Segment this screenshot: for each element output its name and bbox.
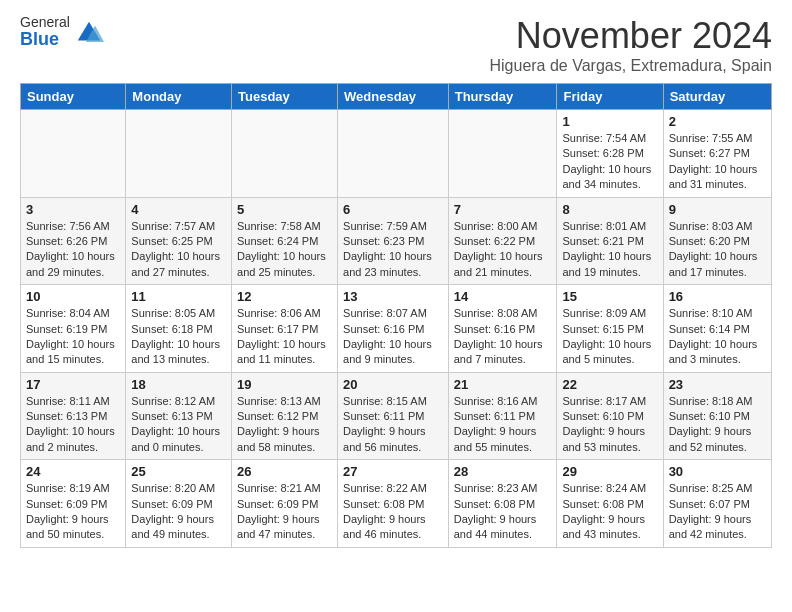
day-number: 28 <box>454 464 552 479</box>
day-info: Sunrise: 8:00 AMSunset: 6:22 PMDaylight:… <box>454 219 552 281</box>
calendar-header-row: Sunday Monday Tuesday Wednesday Thursday… <box>21 84 772 110</box>
day-number: 15 <box>562 289 657 304</box>
day-info: Sunrise: 8:22 AMSunset: 6:08 PMDaylight:… <box>343 481 443 543</box>
day-number: 12 <box>237 289 332 304</box>
page-container: General Blue November 2024 Higuera de Va… <box>0 0 792 563</box>
header-thursday: Thursday <box>448 84 557 110</box>
day-number: 1 <box>562 114 657 129</box>
day-number: 25 <box>131 464 226 479</box>
calendar-cell: 22Sunrise: 8:17 AMSunset: 6:10 PMDayligh… <box>557 372 663 460</box>
day-number: 3 <box>26 202 120 217</box>
day-info: Sunrise: 8:18 AMSunset: 6:10 PMDaylight:… <box>669 394 766 456</box>
calendar-cell: 14Sunrise: 8:08 AMSunset: 6:16 PMDayligh… <box>448 285 557 373</box>
calendar-cell: 25Sunrise: 8:20 AMSunset: 6:09 PMDayligh… <box>126 460 232 548</box>
calendar-cell <box>21 110 126 198</box>
calendar-cell: 30Sunrise: 8:25 AMSunset: 6:07 PMDayligh… <box>663 460 771 548</box>
day-number: 8 <box>562 202 657 217</box>
day-info: Sunrise: 8:16 AMSunset: 6:11 PMDaylight:… <box>454 394 552 456</box>
day-info: Sunrise: 8:09 AMSunset: 6:15 PMDaylight:… <box>562 306 657 368</box>
calendar-table: Sunday Monday Tuesday Wednesday Thursday… <box>20 83 772 548</box>
day-number: 5 <box>237 202 332 217</box>
calendar-cell: 9Sunrise: 8:03 AMSunset: 6:20 PMDaylight… <box>663 197 771 285</box>
calendar-week-row: 3Sunrise: 7:56 AMSunset: 6:26 PMDaylight… <box>21 197 772 285</box>
day-number: 23 <box>669 377 766 392</box>
day-info: Sunrise: 7:59 AMSunset: 6:23 PMDaylight:… <box>343 219 443 281</box>
day-info: Sunrise: 8:10 AMSunset: 6:14 PMDaylight:… <box>669 306 766 368</box>
day-number: 17 <box>26 377 120 392</box>
day-number: 24 <box>26 464 120 479</box>
header-sunday: Sunday <box>21 84 126 110</box>
day-info: Sunrise: 8:20 AMSunset: 6:09 PMDaylight:… <box>131 481 226 543</box>
calendar-cell: 6Sunrise: 7:59 AMSunset: 6:23 PMDaylight… <box>338 197 449 285</box>
day-number: 11 <box>131 289 226 304</box>
day-number: 18 <box>131 377 226 392</box>
day-number: 4 <box>131 202 226 217</box>
calendar-cell <box>448 110 557 198</box>
calendar-cell: 24Sunrise: 8:19 AMSunset: 6:09 PMDayligh… <box>21 460 126 548</box>
calendar-cell: 29Sunrise: 8:24 AMSunset: 6:08 PMDayligh… <box>557 460 663 548</box>
header-tuesday: Tuesday <box>232 84 338 110</box>
day-info: Sunrise: 8:25 AMSunset: 6:07 PMDaylight:… <box>669 481 766 543</box>
header-wednesday: Wednesday <box>338 84 449 110</box>
calendar-cell <box>126 110 232 198</box>
logo-general: General <box>20 15 70 30</box>
day-info: Sunrise: 8:05 AMSunset: 6:18 PMDaylight:… <box>131 306 226 368</box>
day-info: Sunrise: 7:58 AMSunset: 6:24 PMDaylight:… <box>237 219 332 281</box>
day-info: Sunrise: 8:01 AMSunset: 6:21 PMDaylight:… <box>562 219 657 281</box>
calendar-week-row: 24Sunrise: 8:19 AMSunset: 6:09 PMDayligh… <box>21 460 772 548</box>
calendar-week-row: 17Sunrise: 8:11 AMSunset: 6:13 PMDayligh… <box>21 372 772 460</box>
header-friday: Friday <box>557 84 663 110</box>
day-info: Sunrise: 8:13 AMSunset: 6:12 PMDaylight:… <box>237 394 332 456</box>
calendar-cell: 1Sunrise: 7:54 AMSunset: 6:28 PMDaylight… <box>557 110 663 198</box>
calendar-cell <box>338 110 449 198</box>
header: General Blue November 2024 Higuera de Va… <box>20 15 772 75</box>
calendar-week-row: 10Sunrise: 8:04 AMSunset: 6:19 PMDayligh… <box>21 285 772 373</box>
day-number: 6 <box>343 202 443 217</box>
calendar-cell: 26Sunrise: 8:21 AMSunset: 6:09 PMDayligh… <box>232 460 338 548</box>
calendar-cell: 23Sunrise: 8:18 AMSunset: 6:10 PMDayligh… <box>663 372 771 460</box>
day-number: 26 <box>237 464 332 479</box>
calendar-cell: 4Sunrise: 7:57 AMSunset: 6:25 PMDaylight… <box>126 197 232 285</box>
calendar-cell <box>232 110 338 198</box>
day-number: 14 <box>454 289 552 304</box>
day-number: 13 <box>343 289 443 304</box>
day-info: Sunrise: 8:04 AMSunset: 6:19 PMDaylight:… <box>26 306 120 368</box>
day-info: Sunrise: 8:15 AMSunset: 6:11 PMDaylight:… <box>343 394 443 456</box>
calendar-cell: 18Sunrise: 8:12 AMSunset: 6:13 PMDayligh… <box>126 372 232 460</box>
location: Higuera de Vargas, Extremadura, Spain <box>489 57 772 75</box>
day-info: Sunrise: 8:21 AMSunset: 6:09 PMDaylight:… <box>237 481 332 543</box>
logo-text: General Blue <box>20 15 70 50</box>
calendar-cell: 5Sunrise: 7:58 AMSunset: 6:24 PMDaylight… <box>232 197 338 285</box>
day-info: Sunrise: 7:54 AMSunset: 6:28 PMDaylight:… <box>562 131 657 193</box>
day-number: 10 <box>26 289 120 304</box>
day-number: 7 <box>454 202 552 217</box>
calendar-cell: 19Sunrise: 8:13 AMSunset: 6:12 PMDayligh… <box>232 372 338 460</box>
calendar-cell: 20Sunrise: 8:15 AMSunset: 6:11 PMDayligh… <box>338 372 449 460</box>
calendar-cell: 17Sunrise: 8:11 AMSunset: 6:13 PMDayligh… <box>21 372 126 460</box>
calendar-cell: 8Sunrise: 8:01 AMSunset: 6:21 PMDaylight… <box>557 197 663 285</box>
day-number: 2 <box>669 114 766 129</box>
day-info: Sunrise: 7:56 AMSunset: 6:26 PMDaylight:… <box>26 219 120 281</box>
day-info: Sunrise: 8:23 AMSunset: 6:08 PMDaylight:… <box>454 481 552 543</box>
day-number: 27 <box>343 464 443 479</box>
day-info: Sunrise: 8:12 AMSunset: 6:13 PMDaylight:… <box>131 394 226 456</box>
calendar-cell: 2Sunrise: 7:55 AMSunset: 6:27 PMDaylight… <box>663 110 771 198</box>
day-info: Sunrise: 8:19 AMSunset: 6:09 PMDaylight:… <box>26 481 120 543</box>
day-info: Sunrise: 7:55 AMSunset: 6:27 PMDaylight:… <box>669 131 766 193</box>
calendar-cell: 13Sunrise: 8:07 AMSunset: 6:16 PMDayligh… <box>338 285 449 373</box>
calendar-cell: 16Sunrise: 8:10 AMSunset: 6:14 PMDayligh… <box>663 285 771 373</box>
day-number: 29 <box>562 464 657 479</box>
day-info: Sunrise: 8:17 AMSunset: 6:10 PMDaylight:… <box>562 394 657 456</box>
title-block: November 2024 Higuera de Vargas, Extrema… <box>489 15 772 75</box>
header-monday: Monday <box>126 84 232 110</box>
day-number: 16 <box>669 289 766 304</box>
day-number: 19 <box>237 377 332 392</box>
day-number: 20 <box>343 377 443 392</box>
day-info: Sunrise: 8:08 AMSunset: 6:16 PMDaylight:… <box>454 306 552 368</box>
calendar-cell: 3Sunrise: 7:56 AMSunset: 6:26 PMDaylight… <box>21 197 126 285</box>
day-number: 22 <box>562 377 657 392</box>
calendar-cell: 7Sunrise: 8:00 AMSunset: 6:22 PMDaylight… <box>448 197 557 285</box>
calendar-cell: 11Sunrise: 8:05 AMSunset: 6:18 PMDayligh… <box>126 285 232 373</box>
day-info: Sunrise: 8:07 AMSunset: 6:16 PMDaylight:… <box>343 306 443 368</box>
day-number: 30 <box>669 464 766 479</box>
